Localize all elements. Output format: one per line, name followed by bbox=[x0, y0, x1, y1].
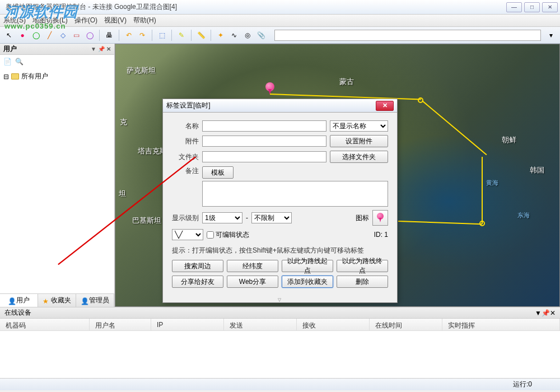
col-machine[interactable]: 机器码 bbox=[0, 319, 90, 330]
watermark: 河源软件园 www.pc0359.cn bbox=[4, 2, 77, 30]
sidebar-title: 用户 bbox=[3, 44, 17, 54]
panel-pin-icon[interactable]: 📌 bbox=[542, 309, 550, 317]
tool-ellipse-icon[interactable]: ◯ bbox=[84, 30, 95, 41]
tool-attach-icon[interactable]: 📎 bbox=[255, 30, 267, 41]
search-around-button[interactable]: 搜索周边 bbox=[172, 260, 223, 272]
tool-cursor-icon[interactable]: ↖ bbox=[3, 30, 15, 41]
col-realtime[interactable]: 实时指挥 bbox=[442, 319, 560, 330]
icon-picker[interactable] bbox=[372, 210, 388, 226]
sidebar-header: 用户 ▼ 📌 ✕ bbox=[0, 44, 114, 55]
label-attachment: 附件 bbox=[172, 137, 199, 146]
tool-path-icon[interactable]: ∿ bbox=[228, 30, 240, 41]
watermark-line2: www.pc0359.cn bbox=[4, 22, 77, 30]
add-favorite-button[interactable]: 添加到收藏夹 bbox=[282, 276, 333, 288]
attachment-input[interactable] bbox=[202, 136, 326, 147]
tool-pin-icon[interactable]: ● bbox=[17, 30, 28, 41]
col-send[interactable]: 发送 bbox=[224, 319, 297, 330]
minimize-button[interactable]: — bbox=[506, 2, 522, 12]
template-button[interactable]: 模板 bbox=[202, 166, 234, 179]
folder-input[interactable] bbox=[202, 151, 326, 162]
sidebar-pin-icon[interactable]: 📌 bbox=[98, 46, 105, 52]
map-label-yellow-sea: 黄海 bbox=[486, 179, 498, 187]
set-attachment-button[interactable]: 设置附件 bbox=[330, 135, 388, 147]
map-label-ke: 克 bbox=[120, 117, 127, 127]
tool-redo-icon[interactable]: ↷ bbox=[137, 30, 148, 41]
editable-checkbox[interactable] bbox=[207, 231, 214, 239]
col-ip[interactable]: IP bbox=[151, 319, 224, 330]
small-select[interactable]: ╲╱ bbox=[172, 229, 203, 240]
dialog-hint: 提示：打开编辑状态，按住Shift键+鼠标左键或方向键可移动标签 bbox=[172, 246, 388, 255]
tree-expand-icon[interactable]: ⊟ bbox=[3, 73, 9, 81]
dialog-resize-grip[interactable]: ▽ bbox=[163, 297, 397, 302]
tool-target-icon[interactable]: ◎ bbox=[242, 30, 253, 41]
tool-undo-icon[interactable]: ↶ bbox=[123, 30, 134, 41]
window-title: 奥维地图服务器管理控制台 - 未连接 Google卫星混合图[4] bbox=[2, 2, 506, 12]
label-name: 名称 bbox=[172, 122, 199, 131]
tool-select-icon[interactable]: ⬚ bbox=[156, 30, 167, 41]
level-to-select[interactable]: 不限制 bbox=[251, 212, 292, 223]
tool-shape-icon[interactable]: ◇ bbox=[57, 30, 68, 41]
name-input[interactable] bbox=[202, 120, 326, 132]
sidebar-copy-icon[interactable]: 📄 bbox=[3, 58, 12, 66]
dialog-title: 标签设置[临时] bbox=[166, 101, 376, 110]
map-label-east-sea: 东海 bbox=[517, 211, 530, 220]
panel-dropdown-icon[interactable]: ▼ bbox=[535, 309, 542, 317]
map-label-north-korea: 朝鲜 bbox=[502, 135, 516, 145]
table-header: 机器码 用户名 IP 发送 接收 在线时间 实时指挥 bbox=[0, 319, 560, 331]
tool-print-icon[interactable]: 🖶 bbox=[104, 30, 115, 41]
tool-ruler-icon[interactable]: 📏 bbox=[195, 30, 207, 41]
tool-line-icon[interactable]: ╱ bbox=[44, 30, 55, 41]
tool-pencil-icon[interactable]: ✎ bbox=[176, 30, 187, 41]
toolbar-dropdown-icon[interactable]: ▾ bbox=[545, 30, 557, 41]
tool-star-icon[interactable]: ✦ bbox=[215, 30, 226, 41]
sidebar-search-icon[interactable]: 🔍 bbox=[15, 58, 24, 66]
route-end-button[interactable]: 以此为路线终点 bbox=[337, 260, 388, 272]
editable-checkbox-label[interactable]: 可编辑状态 bbox=[207, 230, 249, 240]
delete-button[interactable]: 删除 bbox=[337, 276, 388, 288]
id-label: ID: 1 bbox=[374, 231, 388, 239]
col-online-time[interactable]: 在线时间 bbox=[370, 319, 442, 330]
menu-operate[interactable]: 操作(O) bbox=[74, 16, 97, 25]
coords-button[interactable]: 经纬度 bbox=[227, 260, 278, 272]
tool-circle-icon[interactable]: ◯ bbox=[30, 30, 41, 41]
menu-help[interactable]: 帮助(H) bbox=[133, 16, 156, 25]
map-label-kazakhstan: 萨克斯坦 bbox=[127, 66, 156, 76]
label-folder: 文件夹 bbox=[172, 152, 199, 162]
label-settings-dialog: 标签设置[临时] ✕ 名称 不显示名称 附件 设置附件 文件夹 选择文件夹 备注… bbox=[162, 99, 398, 303]
label-level: 显示级别 bbox=[172, 213, 199, 223]
menu-view[interactable]: 视图(V) bbox=[104, 16, 127, 25]
online-devices-panel: 在线设备 ▼ 📌 ✕ 机器码 用户名 IP 发送 接收 在线时间 实时指挥 bbox=[0, 307, 560, 378]
panel-close-icon[interactable]: ✕ bbox=[550, 309, 556, 317]
name-display-select[interactable]: 不显示名称 bbox=[330, 120, 388, 132]
status-run: 运行:0 bbox=[513, 380, 532, 389]
user-tree: ⊟ 所有用户 bbox=[0, 68, 114, 293]
maximize-button[interactable]: □ bbox=[524, 2, 540, 12]
toolbar-search-input[interactable] bbox=[274, 30, 541, 41]
toolbar: ↖ ● ◯ ╱ ◇ ▭ ◯ 🖶 ↶ ↷ ⬚ ✎ 📏 ✦ ∿ ◎ 📎 ▾ bbox=[0, 27, 560, 44]
sidebar-tabs: 👤 用户 ★ 收藏夹 👤 管理员 bbox=[0, 293, 114, 307]
col-recv[interactable]: 接收 bbox=[297, 319, 370, 330]
sidebar-close-icon[interactable]: ✕ bbox=[106, 46, 111, 52]
dialog-close-button[interactable]: ✕ bbox=[376, 101, 394, 111]
select-folder-button[interactable]: 选择文件夹 bbox=[330, 151, 388, 163]
close-button[interactable]: ✕ bbox=[542, 2, 558, 12]
share-friend-button[interactable]: 分享给好友 bbox=[172, 276, 223, 288]
watermark-line1: 河源软件园 bbox=[4, 2, 77, 22]
sidebar-dropdown-icon[interactable]: ▼ bbox=[91, 46, 96, 52]
level-from-select[interactable]: 1级 bbox=[202, 212, 242, 223]
tab-favorites[interactable]: ★ 收藏夹 bbox=[38, 294, 76, 307]
star-icon: ★ bbox=[43, 297, 49, 304]
remark-textarea[interactable] bbox=[202, 181, 388, 207]
web-share-button[interactable]: Web分享 bbox=[227, 276, 278, 288]
table-body bbox=[0, 331, 560, 378]
titlebar: 奥维地图服务器管理控制台 - 未连接 Google卫星混合图[4] — □ ✕ bbox=[0, 0, 560, 15]
sidebar-tools: 📄 🔍 bbox=[0, 55, 114, 68]
tab-admin[interactable]: 👤 管理员 bbox=[76, 294, 114, 307]
tab-user[interactable]: 👤 用户 bbox=[0, 294, 38, 307]
map-label-tan: 坦 bbox=[119, 189, 126, 199]
dialog-titlebar[interactable]: 标签设置[临时] ✕ bbox=[163, 99, 397, 113]
col-user[interactable]: 用户名 bbox=[90, 319, 151, 330]
tool-square-icon[interactable]: ▭ bbox=[71, 30, 82, 41]
route-start-button[interactable]: 以此为路线起点 bbox=[282, 260, 333, 272]
tree-root-item[interactable]: ⊟ 所有用户 bbox=[3, 71, 111, 82]
